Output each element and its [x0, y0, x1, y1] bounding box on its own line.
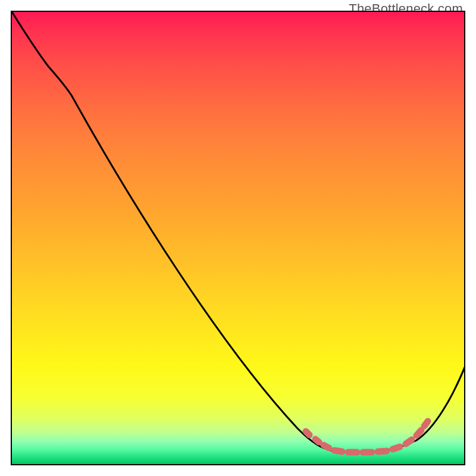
- plot-area: [11, 11, 465, 465]
- svg-line-10: [424, 421, 428, 426]
- svg-line-7: [393, 447, 400, 449]
- svg-line-0: [306, 431, 309, 435]
- chart-container: TheBottleneck.com: [0, 0, 476, 476]
- svg-line-8: [406, 440, 412, 444]
- svg-line-2: [324, 445, 329, 448]
- svg-line-6: [378, 451, 387, 452]
- svg-line-9: [416, 430, 421, 436]
- recommended-range-markers: [306, 421, 428, 452]
- curve-svg: [12, 12, 465, 465]
- svg-line-3: [334, 450, 342, 452]
- svg-line-1: [315, 439, 319, 442]
- bottleneck-curve: [12, 12, 465, 453]
